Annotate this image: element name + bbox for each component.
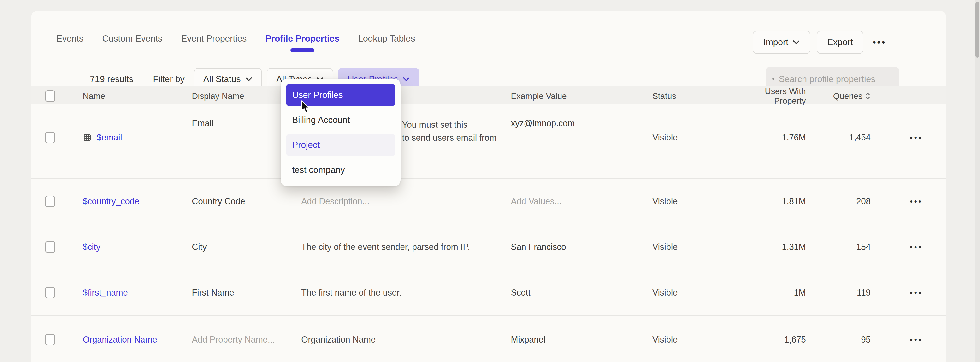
sort-icon[interactable] xyxy=(865,92,871,100)
status-cell[interactable]: Visible xyxy=(652,132,732,143)
queries-cell: 154 xyxy=(806,242,871,252)
chevron-down-icon xyxy=(403,77,410,81)
properties-table: Name Display Name Example Value Status U… xyxy=(31,86,946,362)
mouse-cursor xyxy=(300,100,311,113)
table-header-row: Name Display Name Example Value Status U… xyxy=(31,86,946,104)
status-cell[interactable]: Visible xyxy=(652,196,732,206)
example-value-cell: Scott xyxy=(511,288,652,298)
filter-by-label: Filter by xyxy=(153,74,185,84)
select-all-checkbox[interactable] xyxy=(45,90,55,102)
users-with-property-cell: 1.81M xyxy=(732,196,806,206)
more-options-button[interactable]: ••• xyxy=(873,37,886,48)
menu-item-test-company[interactable]: test company xyxy=(286,159,395,181)
users-with-property-cell: 1,675 xyxy=(732,335,806,345)
description-cell[interactable]: The first name of the user. xyxy=(301,286,511,299)
queries-cell: 208 xyxy=(806,196,871,206)
tab-events[interactable]: Events xyxy=(56,33,83,44)
active-tab-underline xyxy=(290,48,315,52)
header-queries-label: Queries xyxy=(833,91,862,101)
import-button[interactable]: Import xyxy=(752,31,810,54)
chevron-down-icon xyxy=(793,40,800,45)
header-example-value[interactable]: Example Value xyxy=(511,91,652,101)
display-name-cell[interactable]: Country Code xyxy=(192,196,301,206)
property-name-link[interactable]: $city xyxy=(83,242,100,252)
property-name-link[interactable]: $first_name xyxy=(83,288,128,298)
row-checkbox[interactable] xyxy=(45,287,55,298)
header-status[interactable]: Status xyxy=(652,91,732,101)
chevron-down-icon xyxy=(245,77,252,81)
export-button[interactable]: Export xyxy=(817,31,864,54)
top-actions: Import Export ••• xyxy=(752,31,886,54)
header-users-with-property[interactable]: Users With Property xyxy=(732,86,806,105)
users-with-property-cell: 1.76M xyxy=(732,132,806,143)
property-name-link[interactable]: Organization Name xyxy=(83,335,157,345)
tab-profile-properties-label: Profile Properties xyxy=(266,33,339,43)
queries-cell: 119 xyxy=(806,288,871,298)
entity-dropdown-menu: User Profiles Billing Account Project te… xyxy=(281,79,401,186)
table-row: Organization Name Add Property Name... O… xyxy=(31,316,946,362)
lexicon-card: Events Custom Events Event Properties Pr… xyxy=(31,11,946,362)
header-queries[interactable]: Queries xyxy=(806,91,871,101)
menu-item-project[interactable]: Project xyxy=(286,134,395,156)
row-more-button[interactable]: ••• xyxy=(871,288,932,297)
display-name-placeholder[interactable]: Add Property Name... xyxy=(192,335,301,345)
table-row: $country_code Country Code Add Descripti… xyxy=(31,179,946,225)
display-name-cell[interactable]: City xyxy=(192,242,301,252)
example-value-cell: xyz@lmnop.com xyxy=(511,104,652,128)
row-more-button[interactable]: ••• xyxy=(871,335,932,344)
users-with-property-cell: 1.31M xyxy=(732,242,806,252)
table-row: $email Email The user's email address. Y… xyxy=(31,104,946,179)
property-name-link[interactable]: $email xyxy=(97,132,122,143)
status-cell[interactable]: Visible xyxy=(652,288,732,298)
tab-profile-properties[interactable]: Profile Properties xyxy=(266,33,339,44)
table-grid-icon xyxy=(83,133,92,142)
export-button-label: Export xyxy=(827,37,853,47)
row-checkbox[interactable] xyxy=(45,132,55,143)
tab-custom-events[interactable]: Custom Events xyxy=(102,33,162,44)
description-cell[interactable]: The city of the event sender, parsed fro… xyxy=(301,241,511,254)
display-name-cell[interactable]: First Name xyxy=(192,288,301,298)
row-checkbox[interactable] xyxy=(45,334,55,345)
tab-lookup-tables[interactable]: Lookup Tables xyxy=(358,33,415,44)
search-input[interactable] xyxy=(779,74,893,84)
header-name[interactable]: Name xyxy=(83,91,192,101)
example-value-cell: Mixpanel xyxy=(511,335,652,345)
row-checkbox[interactable] xyxy=(45,196,55,207)
search-icon xyxy=(772,74,775,85)
table-row: $city City The city of the event sender,… xyxy=(31,225,946,270)
status-cell[interactable]: Visible xyxy=(652,335,732,345)
queries-cell: 1,454 xyxy=(806,132,871,143)
description-placeholder[interactable]: Add Description... xyxy=(301,196,511,206)
tab-bar: Events Custom Events Event Properties Pr… xyxy=(56,33,415,44)
tab-event-properties[interactable]: Event Properties xyxy=(181,33,247,44)
status-cell[interactable]: Visible xyxy=(652,242,732,252)
import-button-label: Import xyxy=(763,37,788,47)
row-more-button[interactable]: ••• xyxy=(871,133,932,142)
row-more-button[interactable]: ••• xyxy=(871,197,932,206)
description-cell[interactable]: Organization Name xyxy=(301,333,511,346)
results-count: 719 results xyxy=(90,74,134,84)
users-with-property-cell: 1M xyxy=(732,288,806,298)
status-filter-label: All Status xyxy=(204,74,241,84)
property-name-link[interactable]: $country_code xyxy=(83,196,139,206)
divider xyxy=(143,73,143,85)
queries-cell: 95 xyxy=(806,335,871,345)
example-value-cell: San Francisco xyxy=(511,242,652,252)
row-more-button[interactable]: ••• xyxy=(871,242,932,252)
example-value-placeholder[interactable]: Add Values... xyxy=(511,196,652,206)
table-row: $first_name First Name The first name of… xyxy=(31,270,946,316)
scrollbar-thumb[interactable] xyxy=(975,2,979,57)
row-checkbox[interactable] xyxy=(45,241,55,253)
